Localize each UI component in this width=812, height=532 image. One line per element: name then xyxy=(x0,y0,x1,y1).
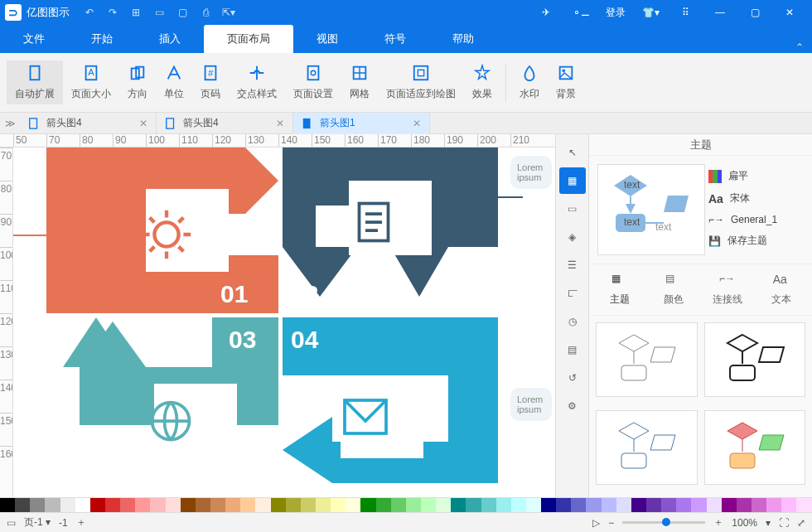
page-size-button[interactable]: A页面大小 xyxy=(63,60,119,104)
color-swatch[interactable] xyxy=(661,498,676,512)
tab-start[interactable]: 开始 xyxy=(68,25,136,53)
color-swatch[interactable] xyxy=(691,498,706,512)
subtab-text[interactable]: Aa文本 xyxy=(761,273,800,307)
text-placeholder-1[interactable]: Lorem ipsum xyxy=(510,156,552,189)
color-swatch[interactable] xyxy=(346,498,360,512)
canvas[interactable]: 01 02 Lorem ipsum xyxy=(13,148,555,497)
theme-flat-row[interactable]: 扁平 xyxy=(708,169,804,183)
page-number-button[interactable]: #页码 xyxy=(192,60,229,104)
login-button[interactable]: 登录 xyxy=(598,0,633,25)
theme-grid-icon[interactable]: ▦ xyxy=(559,167,586,194)
color-swatch[interactable] xyxy=(496,498,511,512)
color-swatch[interactable] xyxy=(286,498,301,512)
zoom-in-icon[interactable]: ＋ xyxy=(713,515,723,530)
clipboard-icon[interactable]: ▤ xyxy=(559,336,586,363)
color-swatch[interactable] xyxy=(255,498,270,512)
color-swatch[interactable] xyxy=(722,498,737,512)
color-swatch[interactable] xyxy=(511,498,526,512)
close-icon[interactable]: ✕ xyxy=(413,118,421,129)
color-swatch[interactable] xyxy=(631,498,646,512)
layers-icon[interactable]: ◈ xyxy=(559,224,586,250)
color-swatch[interactable] xyxy=(120,498,135,512)
theme-option-3[interactable] xyxy=(596,410,698,485)
doc-tab-1[interactable]: 箭头图4✕ xyxy=(20,113,157,134)
zoom-out-icon[interactable]: − xyxy=(608,517,614,529)
color-swatch[interactable] xyxy=(451,498,466,512)
effect-button[interactable]: 效果 xyxy=(464,60,500,104)
fit-icon[interactable]: ⛶ xyxy=(779,517,789,529)
save-icon[interactable]: ▢ xyxy=(172,2,192,22)
color-swatch[interactable] xyxy=(571,498,586,512)
color-swatch[interactable] xyxy=(602,498,616,512)
theme-connector-row[interactable]: ⌐→General_1 xyxy=(708,214,804,225)
maximize-button[interactable]: ▢ xyxy=(737,0,772,25)
redo-icon[interactable]: ↷ xyxy=(103,2,123,22)
color-palette[interactable] xyxy=(0,497,812,512)
fullscreen-icon[interactable]: ⤢ xyxy=(797,517,805,529)
tab-help[interactable]: 帮助 xyxy=(429,25,497,53)
new-icon[interactable]: ⊞ xyxy=(126,2,146,22)
color-swatch[interactable] xyxy=(676,498,691,512)
watermark-button[interactable]: 水印 xyxy=(511,60,548,104)
color-swatch[interactable] xyxy=(181,498,196,512)
chart-icon[interactable]: ⫍ xyxy=(559,280,586,307)
color-swatch[interactable] xyxy=(331,498,346,512)
theme-option-2[interactable] xyxy=(704,322,806,397)
grid-button[interactable]: 网格 xyxy=(341,60,378,104)
color-swatch[interactable] xyxy=(391,498,406,512)
color-swatch[interactable] xyxy=(541,498,556,512)
color-swatch[interactable] xyxy=(15,498,30,512)
play-icon[interactable]: ▷ xyxy=(592,517,600,529)
page-add-icon[interactable]: ＋ xyxy=(76,515,86,530)
color-swatch[interactable] xyxy=(436,498,451,512)
history-icon[interactable]: ↺ xyxy=(559,365,586,391)
page-selector[interactable]: 页-1 ▾ xyxy=(24,515,51,530)
apps-icon[interactable]: ⠿ xyxy=(668,0,703,25)
color-swatch[interactable] xyxy=(240,498,255,512)
color-swatch[interactable] xyxy=(75,498,90,512)
tab-insert[interactable]: 插入 xyxy=(136,25,204,53)
color-swatch[interactable] xyxy=(481,498,496,512)
minimize-button[interactable]: — xyxy=(703,0,737,25)
color-swatch[interactable] xyxy=(45,498,60,512)
undo-icon[interactable]: ↶ xyxy=(80,2,99,22)
color-swatch[interactable] xyxy=(316,498,331,512)
zoom-slider[interactable] xyxy=(622,521,705,524)
color-swatch[interactable] xyxy=(105,498,120,512)
color-swatch[interactable] xyxy=(752,498,766,512)
color-swatch[interactable] xyxy=(225,498,240,512)
color-swatch[interactable] xyxy=(60,498,75,512)
color-swatch[interactable] xyxy=(210,498,225,512)
page-setup-button[interactable]: 页面设置 xyxy=(285,60,341,104)
color-swatch[interactable] xyxy=(616,498,631,512)
color-swatch[interactable] xyxy=(707,498,722,512)
theme-font-row[interactable]: Aa宋体 xyxy=(708,191,804,206)
tab-view[interactable]: 视图 xyxy=(293,25,361,53)
close-button[interactable]: ✕ xyxy=(772,0,807,25)
color-swatch[interactable] xyxy=(271,498,286,512)
color-swatch[interactable] xyxy=(166,498,181,512)
share-icon[interactable]: ⚬⚊ xyxy=(563,0,598,25)
page-prev[interactable]: -1 xyxy=(59,517,68,529)
theme-option-4[interactable] xyxy=(704,410,806,485)
color-swatch[interactable] xyxy=(301,498,316,512)
color-swatch[interactable] xyxy=(796,498,811,512)
close-icon[interactable]: ✕ xyxy=(139,118,147,129)
tab-page-layout[interactable]: 页面布局 xyxy=(204,25,293,53)
color-swatch[interactable] xyxy=(737,498,752,512)
color-swatch[interactable] xyxy=(421,498,436,512)
fit-to-drawing-button[interactable]: 页面适应到绘图 xyxy=(378,60,464,104)
open-icon[interactable]: ▭ xyxy=(149,2,169,22)
color-swatch[interactable] xyxy=(556,498,571,512)
tab-file[interactable]: 文件 xyxy=(0,25,68,53)
color-swatch[interactable] xyxy=(466,498,481,512)
shirt-icon[interactable]: 👕▾ xyxy=(633,0,668,25)
intersection-button[interactable]: 交点样式 xyxy=(229,60,285,104)
print-icon[interactable]: ⎙ xyxy=(196,2,215,22)
doc-tab-3[interactable]: 箭头图1✕ xyxy=(293,113,430,134)
color-swatch[interactable] xyxy=(196,498,210,512)
zoom-value[interactable]: 100% xyxy=(732,517,757,529)
color-swatch[interactable] xyxy=(406,498,421,512)
color-swatch[interactable] xyxy=(781,498,796,512)
color-swatch[interactable] xyxy=(646,498,661,512)
